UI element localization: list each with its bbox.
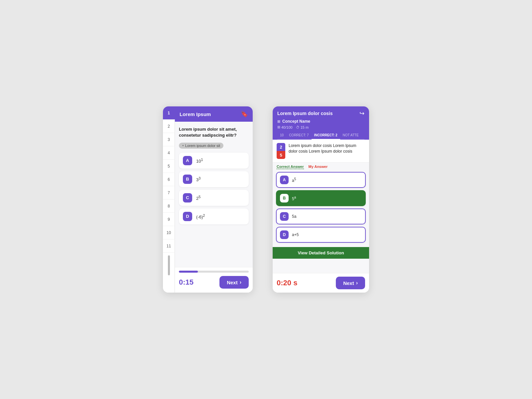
right-body: 2 5 Lorem ipsum dolor cosis Lorem Ipsum … bbox=[273, 140, 369, 273]
left-timer: 0:15 bbox=[179, 278, 194, 287]
sidebar-number-10[interactable]: 10 bbox=[163, 226, 175, 239]
tab-not-attempted[interactable]: NOT ATTE bbox=[340, 131, 361, 139]
option-c-text: 25 bbox=[196, 195, 200, 201]
right-option-b[interactable]: B 5a bbox=[276, 190, 366, 206]
option-d[interactable]: D (-6)2 bbox=[179, 208, 249, 224]
right-option-d-text: a+5 bbox=[292, 232, 299, 237]
right-chevron-icon-2: › bbox=[356, 280, 358, 286]
option-a-letter: A bbox=[183, 156, 192, 165]
right-chevron-icon: › bbox=[240, 279, 241, 285]
time-meta: ⏱ 15 m bbox=[296, 125, 309, 129]
correct-answer-label: Correct Answer bbox=[277, 165, 304, 169]
answer-labels-row: Correct Answer My Answer bbox=[273, 163, 369, 170]
tab-correct[interactable]: CORRECT: 7 bbox=[286, 131, 311, 139]
bookmark-icon: 🔖 bbox=[241, 110, 248, 118]
right-option-d-letter: D bbox=[280, 230, 289, 239]
tab-incorrect[interactable]: INCORRECT: 2 bbox=[312, 131, 340, 140]
footer-bottom: 0:15 Next › bbox=[179, 276, 249, 293]
right-review-card: Lorem Ipsum dolor cosis ↪ ⊞ Concept Name… bbox=[273, 106, 369, 293]
right-option-c[interactable]: C 5a bbox=[276, 208, 366, 224]
sidebar-number-2[interactable]: 2 bbox=[163, 120, 175, 133]
option-c[interactable]: C 25 bbox=[179, 190, 249, 206]
option-b-text: 33 bbox=[196, 176, 200, 182]
scroll-thumb bbox=[168, 255, 170, 275]
left-next-button[interactable]: Next › bbox=[219, 276, 249, 289]
right-question-block: 2 5 Lorem ipsum dolor cosis Lorem Ipsum … bbox=[273, 140, 369, 163]
time-value: 15 m bbox=[301, 125, 309, 129]
right-footer: 0:20 s Next › bbox=[273, 273, 369, 293]
tabs-row: 10 CORRECT: 7 INCORRECT: 2 NOT ATTE bbox=[277, 131, 364, 140]
sidebar-number-3[interactable]: 3 bbox=[163, 133, 175, 146]
progress-bar bbox=[179, 271, 249, 273]
share-icon[interactable]: ↪ bbox=[359, 110, 364, 117]
right-title: Lorem Ipsum dolor cosis bbox=[277, 111, 332, 116]
sidebar-number-4[interactable]: 4 bbox=[163, 146, 175, 160]
right-timer: 0:20 s bbox=[277, 279, 297, 287]
right-option-a-letter: A bbox=[280, 176, 289, 184]
right-question-text: Lorem ipsum dolor cosis Lorem Ipsum dolo… bbox=[289, 143, 365, 154]
option-a-text: 101 bbox=[196, 158, 203, 164]
option-d-text: (-6)2 bbox=[196, 213, 205, 219]
progress-fill bbox=[179, 271, 198, 273]
option-b-letter: B bbox=[183, 175, 192, 184]
question-number-bottom: 5 bbox=[277, 151, 285, 159]
sidebar-number-7[interactable]: 7 bbox=[163, 186, 175, 200]
meta-row: ⊞ 40/100 ⏱ 15 m bbox=[277, 125, 364, 129]
left-footer: 0:15 Next › bbox=[175, 267, 253, 293]
question-number-stack: 2 5 bbox=[277, 143, 285, 159]
left-quiz-card: 1234567891011 Lorem Ipsum 🔖 Lorem ipsum … bbox=[163, 106, 253, 293]
option-b[interactable]: B 33 bbox=[179, 171, 249, 187]
my-answer-label: My Answer bbox=[309, 165, 328, 169]
right-option-b-letter: B bbox=[280, 194, 289, 202]
left-question-area: Lorem ipsum dolor sit amet, consetetur s… bbox=[175, 122, 253, 267]
right-next-label: Next bbox=[343, 280, 354, 286]
score-icon: ⊞ bbox=[277, 125, 280, 129]
right-next-button[interactable]: Next › bbox=[336, 277, 365, 289]
right-options-list: A a5 B 5a C 5a D a+5 bbox=[273, 170, 369, 247]
clock-icon: ⏱ bbox=[296, 125, 300, 129]
question-text: Lorem ipsum dolor sit amet, consetetur s… bbox=[179, 126, 249, 138]
right-option-c-text: 5a bbox=[292, 214, 296, 219]
right-option-c-letter: C bbox=[280, 212, 289, 221]
right-option-b-text: 5a bbox=[292, 196, 296, 201]
left-header: Lorem Ipsum 🔖 bbox=[175, 106, 253, 122]
left-main-content: Lorem Ipsum 🔖 Lorem ipsum dolor sit amet… bbox=[175, 106, 253, 293]
concept-name: Concept Name bbox=[282, 119, 310, 124]
right-option-d[interactable]: D a+5 bbox=[276, 227, 366, 243]
tab-10[interactable]: 10 bbox=[277, 131, 286, 139]
left-title: Lorem Ipsum bbox=[180, 111, 211, 117]
right-header-top: Lorem Ipsum dolor cosis ↪ bbox=[277, 110, 364, 117]
question-number-top: 2 bbox=[277, 143, 285, 151]
score-meta: ⊞ 40/100 bbox=[277, 125, 293, 129]
sidebar-number-9[interactable]: 9 bbox=[163, 213, 175, 226]
option-d-letter: D bbox=[183, 212, 192, 221]
question-number-sidebar: 1234567891011 bbox=[163, 106, 175, 293]
option-c-letter: C bbox=[183, 193, 192, 202]
concept-row: ⊞ Concept Name bbox=[277, 119, 364, 124]
concept-icon: ⊞ bbox=[277, 119, 280, 124]
topic-tag: Lorem ipsum dolor sit bbox=[179, 143, 223, 149]
view-solution-button[interactable]: View Detailed Solution bbox=[273, 247, 369, 259]
sidebar-number-6[interactable]: 6 bbox=[163, 173, 175, 186]
sidebar-number-8[interactable]: 8 bbox=[163, 200, 175, 213]
left-next-label: Next bbox=[227, 280, 238, 285]
score-value: 40/100 bbox=[281, 125, 293, 129]
page-wrapper: 1234567891011 Lorem Ipsum 🔖 Lorem ipsum … bbox=[150, 93, 382, 306]
sidebar-number-5[interactable]: 5 bbox=[163, 160, 175, 173]
option-a[interactable]: A 101 bbox=[179, 153, 249, 169]
sidebar-number-1[interactable]: 1 bbox=[163, 106, 175, 120]
sidebar-number-11[interactable]: 11 bbox=[163, 239, 175, 253]
right-header: Lorem Ipsum dolor cosis ↪ ⊞ Concept Name… bbox=[273, 106, 369, 140]
right-option-a[interactable]: A a5 bbox=[276, 172, 366, 188]
right-option-a-text: a5 bbox=[292, 177, 296, 183]
